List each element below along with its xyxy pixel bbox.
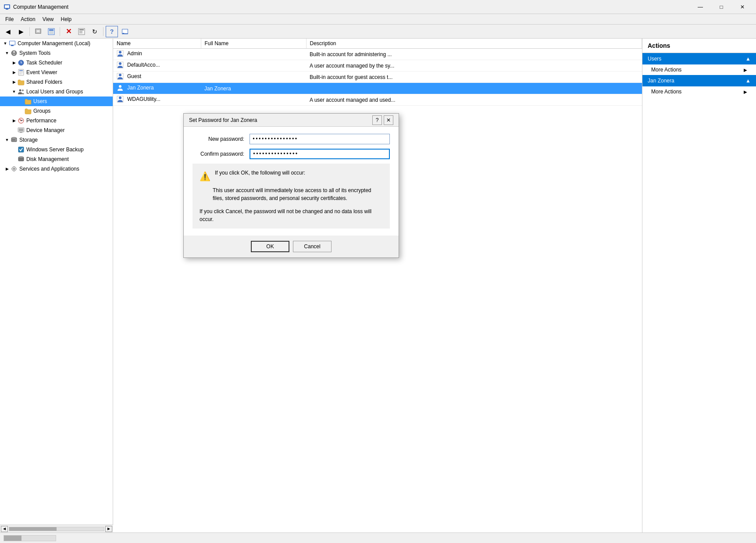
svg-rect-11 xyxy=(79,31,82,32)
cancel-button[interactable]: Cancel xyxy=(293,241,332,252)
svg-rect-35 xyxy=(20,132,22,133)
confirm-password-label: Confirm password: xyxy=(193,151,250,157)
actions-section-jan-zonera[interactable]: Jan Zonera ▲ xyxy=(642,75,756,86)
dialog-close-button[interactable]: ✕ xyxy=(384,115,393,125)
device-manager-icon xyxy=(18,127,25,134)
expand-event-viewer[interactable]: ▶ xyxy=(11,69,18,76)
sidebar-item-task-scheduler[interactable]: ▶ Task Scheduler xyxy=(0,58,113,68)
actions-section-users-label: Users xyxy=(648,56,661,62)
expand-services-apps[interactable]: ▶ xyxy=(4,165,11,172)
confirm-password-input[interactable] xyxy=(250,149,390,159)
user-icon: Guest xyxy=(117,73,141,80)
console-button[interactable] xyxy=(119,26,131,37)
menu-help[interactable]: Help xyxy=(57,15,75,23)
expand-system-tools[interactable]: ▼ xyxy=(4,50,11,57)
sidebar-item-computer-mgmt[interactable]: ▼ Computer Management (Local) xyxy=(0,39,113,48)
table-row[interactable]: DefaultAcco... A user account managed by… xyxy=(113,60,642,71)
confirm-password-row: Confirm password: xyxy=(193,149,390,159)
sidebar-item-users[interactable]: ▶ Users xyxy=(0,96,113,106)
scroll-left-btn[interactable]: ◀ xyxy=(1,526,8,532)
disk-management-label: Disk Management xyxy=(26,156,69,162)
sidebar-item-shared-folders[interactable]: ▶ Shared Folders xyxy=(0,77,113,87)
user-fullname-cell xyxy=(201,60,306,71)
menu-file[interactable]: File xyxy=(2,15,17,23)
table-row[interactable]: Admin Built-in account for administering… xyxy=(113,49,642,60)
shared-folders-icon xyxy=(18,79,25,86)
expand-computer-mgmt[interactable]: ▼ xyxy=(2,40,9,47)
col-fullname[interactable]: Full Name xyxy=(201,39,306,49)
user-name-cell: Guest xyxy=(113,71,201,83)
actions-section-jan-zonera-chevron: ▲ xyxy=(745,78,751,84)
toolbar: ◀ ▶ ✕ ↻ ? xyxy=(0,25,756,39)
table-row[interactable]: Guest Built-in account for guest access … xyxy=(113,71,642,83)
svg-point-37 xyxy=(11,137,17,139)
svg-rect-20 xyxy=(14,51,14,53)
expand-storage[interactable]: ▼ xyxy=(4,136,11,143)
delete-button[interactable]: ✕ xyxy=(62,26,75,37)
main-container: ▼ Computer Management (Local) ▼ System T… xyxy=(0,39,756,532)
expand-shared-folders[interactable]: ▶ xyxy=(11,79,18,86)
maximize-button[interactable]: □ xyxy=(711,0,731,14)
svg-point-21 xyxy=(14,54,14,55)
sidebar-item-groups[interactable]: ▶ Groups xyxy=(0,106,113,116)
sidebar-item-system-tools[interactable]: ▼ System Tools xyxy=(0,48,113,58)
svg-point-52 xyxy=(119,74,121,76)
toolbar-sep-3 xyxy=(103,27,103,36)
table-header-row: Name Full Name Description xyxy=(113,39,642,49)
event-viewer-label: Event Viewer xyxy=(26,69,57,75)
show-hide-button[interactable] xyxy=(45,26,57,37)
minimize-button[interactable]: — xyxy=(690,0,710,14)
sidebar-scroll[interactable]: ▼ Computer Management (Local) ▼ System T… xyxy=(0,39,113,532)
col-description[interactable]: Description xyxy=(306,39,642,49)
groups-folder-icon xyxy=(25,107,32,114)
properties-button[interactable] xyxy=(75,26,88,37)
sidebar-item-storage[interactable]: ▼ Storage xyxy=(0,135,113,145)
table-row-selected[interactable]: Jan Zonera Jan Zonera xyxy=(113,83,642,94)
close-button[interactable]: ✕ xyxy=(732,0,752,14)
dialog-footer: OK Cancel xyxy=(184,236,399,257)
menu-view[interactable]: View xyxy=(39,15,57,23)
back-button[interactable]: ◀ xyxy=(2,26,14,37)
sidebar-item-windows-backup[interactable]: ▶ Windows Server Backup xyxy=(0,145,113,154)
actions-item-jan-zonera-more[interactable]: More Actions ▶ xyxy=(642,86,756,97)
new-password-input[interactable] xyxy=(250,134,390,144)
up-button[interactable] xyxy=(32,26,44,37)
user-name-cell: Jan Zonera xyxy=(113,83,201,94)
set-password-dialog: Set Password for Jan Zonera ? ✕ New pass… xyxy=(183,113,399,258)
sidebar-item-local-users[interactable]: ▼ Local Users and Groups xyxy=(0,87,113,96)
forward-button[interactable]: ▶ xyxy=(15,26,27,37)
expand-task-scheduler[interactable]: ▶ xyxy=(11,59,18,66)
svg-point-31 xyxy=(22,89,24,91)
svg-rect-1 xyxy=(5,5,9,8)
services-apps-icon xyxy=(11,165,18,172)
dialog-help-button[interactable]: ? xyxy=(372,115,382,125)
svg-rect-47 xyxy=(16,169,17,169)
expand-local-users[interactable]: ▼ xyxy=(11,88,18,95)
actions-section-jan-zonera-label: Jan Zonera xyxy=(648,78,674,84)
table-row[interactable]: WDAGUtility... A user account managed an… xyxy=(113,94,642,106)
event-viewer-icon xyxy=(18,69,25,76)
ok-button[interactable]: OK xyxy=(251,241,289,252)
sidebar-item-performance[interactable]: ▶ Performance xyxy=(0,116,113,125)
col-name[interactable]: Name xyxy=(113,39,201,49)
user-desc-cell: Built-in account for guest access t... xyxy=(306,71,642,83)
sidebar-item-services-apps[interactable]: ▶ Services and Applications xyxy=(0,164,113,174)
svg-rect-18 xyxy=(11,45,14,46)
status-scrollbar[interactable] xyxy=(4,535,56,541)
help-button[interactable]: ? xyxy=(106,26,118,37)
actions-section-users[interactable]: Users ▲ xyxy=(642,53,756,64)
scroll-right-btn[interactable]: ▶ xyxy=(105,526,112,532)
user-fullname-cell xyxy=(201,94,306,106)
svg-rect-12 xyxy=(79,32,82,33)
sidebar-item-device-manager[interactable]: ▶ Device Manager xyxy=(0,125,113,135)
menu-action[interactable]: Action xyxy=(17,15,39,23)
sidebar-item-event-viewer[interactable]: ▶ Event Viewer xyxy=(0,68,113,77)
expand-performance[interactable]: ▶ xyxy=(11,117,18,124)
more-actions-arrow-1: ▶ xyxy=(744,68,747,72)
sidebar-scrollbar[interactable]: ◀ ▶ xyxy=(0,525,113,532)
user-desc-cell: Built-in account for administering ... xyxy=(306,49,642,60)
sidebar-item-disk-management[interactable]: ▶ Disk Management xyxy=(0,154,113,164)
refresh-button[interactable]: ↻ xyxy=(89,26,101,37)
actions-item-users-more[interactable]: More Actions ▶ xyxy=(642,64,756,75)
shared-folders-label: Shared Folders xyxy=(26,79,62,85)
